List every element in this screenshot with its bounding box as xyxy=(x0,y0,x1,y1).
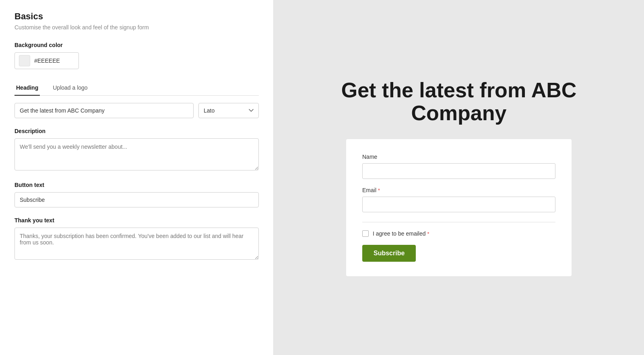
description-label: Description xyxy=(14,128,259,134)
color-picker-button[interactable]: #EEEEEE xyxy=(14,52,79,69)
tab-upload-logo[interactable]: Upload a logo xyxy=(51,80,89,96)
tab-heading[interactable]: Heading xyxy=(14,80,40,96)
left-panel: Basics Customise the overall look and fe… xyxy=(0,0,274,355)
email-field-label: Email * xyxy=(362,187,555,193)
font-select-wrapper: Lato Arial Georgia Helvetica Times New R… xyxy=(198,103,259,118)
name-field-label: Name xyxy=(362,154,555,160)
preview-heading: Get the latest from ABC Company xyxy=(322,79,596,125)
agree-checkbox[interactable] xyxy=(362,230,369,237)
heading-input-row: Lato Arial Georgia Helvetica Times New R… xyxy=(14,103,259,118)
description-textarea[interactable] xyxy=(14,138,259,170)
font-select[interactable]: Lato Arial Georgia Helvetica Times New R… xyxy=(198,103,259,118)
email-input[interactable] xyxy=(362,197,555,212)
form-divider xyxy=(362,222,555,222)
subscribe-button[interactable]: Subscribe xyxy=(362,245,416,262)
button-text-input[interactable] xyxy=(14,192,259,207)
page-title: Basics xyxy=(14,11,259,22)
button-text-label: Button text xyxy=(14,182,259,188)
agree-checkbox-row: I agree to be emailed * xyxy=(362,230,555,237)
heading-tabs: Heading Upload a logo xyxy=(14,80,259,96)
preview-container: Get the latest from ABC Company Name Ema… xyxy=(322,79,596,276)
preview-form-card: Name Email * I agree to be emailed * Sub… xyxy=(346,139,572,276)
background-color-row: #EEEEEE xyxy=(14,52,259,69)
email-required-star: * xyxy=(378,187,380,193)
color-hex-value: #EEEEEE xyxy=(34,57,60,64)
heading-text-input[interactable] xyxy=(14,103,194,118)
background-color-label: Background color xyxy=(14,42,259,48)
color-swatch xyxy=(19,55,30,66)
page-subtitle: Customise the overall look and feel of t… xyxy=(14,24,259,31)
agree-checkbox-label: I agree to be emailed * xyxy=(373,230,429,237)
name-input[interactable] xyxy=(362,163,555,179)
checkbox-required-star: * xyxy=(427,231,429,237)
thankyou-label: Thank you text xyxy=(14,217,259,224)
thankyou-textarea[interactable] xyxy=(14,228,259,260)
right-panel: Get the latest from ABC Company Name Ema… xyxy=(274,0,644,355)
